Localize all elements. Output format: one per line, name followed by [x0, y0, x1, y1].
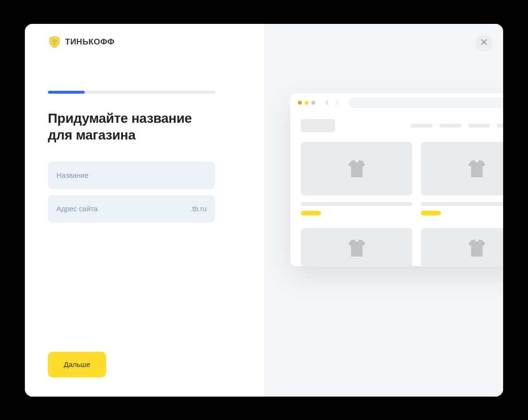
preview-logo-placeholder — [301, 119, 335, 132]
preview-product-image — [301, 142, 412, 195]
progress-fill — [48, 91, 85, 94]
tshirt-icon — [466, 237, 487, 258]
preview-products-row-2 — [290, 225, 503, 266]
preview-text-placeholder — [421, 202, 503, 206]
page-title: Придумайте название для магазина — [48, 110, 241, 143]
preview-text-placeholder — [301, 202, 412, 206]
preview-product-card — [301, 142, 412, 225]
setup-modal: ТИНЬКОФФ Придумайте название для магазин… — [25, 24, 503, 397]
url-bar-placeholder — [349, 97, 503, 108]
progress-bar — [48, 91, 215, 94]
traffic-light-icon — [305, 101, 308, 105]
preview-product-image — [421, 228, 503, 266]
preview-product-card — [301, 228, 412, 266]
preview-nav-item — [468, 124, 490, 128]
traffic-light-icon — [298, 101, 302, 105]
traffic-light-icon — [311, 101, 315, 105]
form-panel: ТИНЬКОФФ Придумайте название для магазин… — [25, 24, 264, 397]
next-button[interactable]: Дальше — [48, 352, 106, 377]
tshirt-icon — [346, 237, 367, 258]
preview-nav-item — [497, 124, 503, 128]
storefront-preview — [290, 93, 503, 266]
shop-name-input[interactable] — [56, 171, 207, 179]
brand-name: ТИНЬКОФФ — [65, 37, 115, 47]
chevron-left-icon — [323, 98, 331, 107]
preview-nav — [290, 112, 503, 139]
brand-logo: ТИНЬКОФФ — [48, 35, 241, 49]
chevron-right-icon — [332, 98, 341, 107]
preview-product-image — [421, 142, 503, 195]
brand-shield-icon — [48, 35, 61, 49]
preview-product-card — [421, 142, 503, 225]
site-address-field-wrap: .tb.ru — [48, 195, 215, 223]
close-icon — [481, 39, 487, 47]
browser-nav-arrows — [323, 98, 341, 107]
tshirt-icon — [466, 158, 487, 179]
shop-name-field-wrap — [48, 162, 215, 189]
preview-nav-item — [411, 124, 433, 128]
preview-price-placeholder — [301, 211, 321, 215]
domain-suffix: .tb.ru — [190, 205, 207, 213]
preview-price-placeholder — [421, 211, 441, 215]
preview-products-row-1 — [290, 139, 503, 225]
browser-chrome — [290, 93, 503, 112]
tshirt-icon — [346, 158, 367, 179]
preview-nav-item — [440, 124, 462, 128]
close-button[interactable] — [475, 34, 493, 52]
preview-panel — [264, 24, 503, 397]
preview-product-image — [301, 228, 412, 266]
site-address-input[interactable] — [56, 205, 190, 213]
preview-product-card — [421, 228, 503, 266]
